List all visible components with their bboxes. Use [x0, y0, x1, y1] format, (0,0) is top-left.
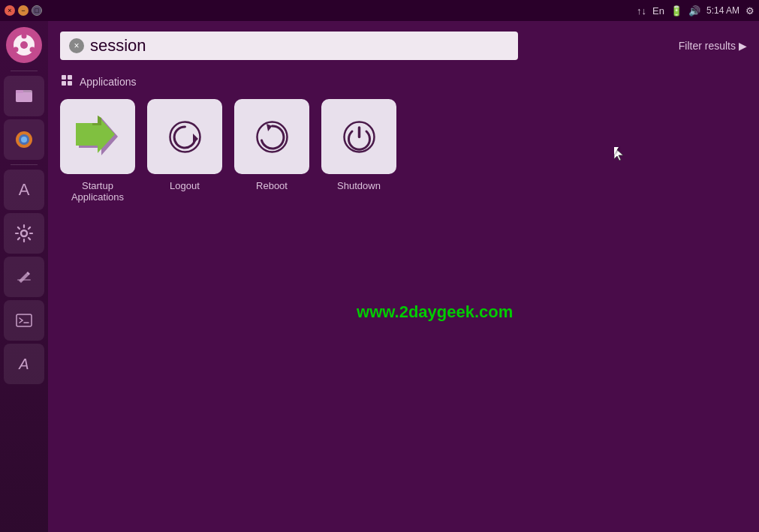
svg-marker-25	[267, 124, 273, 131]
sidebar-item-files[interactable]	[4, 76, 44, 116]
window-controls: × − □	[5, 5, 42, 16]
svg-point-11	[21, 230, 27, 236]
section-label: Applications	[80, 76, 137, 88]
svg-point-3	[30, 47, 35, 53]
sidebar-divider-2	[11, 164, 38, 165]
main-content: × session Filter results ▶ Applications	[48, 21, 759, 532]
app-item-shutdown[interactable]: Shutdown	[321, 99, 396, 203]
search-query[interactable]: session	[90, 36, 509, 56]
shutdown-label: Shutdown	[337, 180, 381, 191]
maximize-button[interactable]: □	[32, 5, 42, 16]
minimize-button[interactable]: −	[18, 5, 29, 16]
shutdown-icon-box	[321, 99, 396, 174]
app-grid: Startup Applications Logout	[48, 99, 759, 203]
sidebar-item-text[interactable]: A	[4, 170, 44, 210]
svg-rect-13	[17, 314, 32, 326]
sidebar-item-font[interactable]: A	[4, 344, 44, 384]
clock: 5:14 AM	[706, 5, 739, 16]
sidebar-item-settings[interactable]	[4, 213, 44, 254]
sidebar-item-firefox[interactable]	[4, 119, 44, 160]
close-button[interactable]: ×	[5, 5, 15, 16]
app-item-logout[interactable]: Logout	[147, 99, 222, 203]
svg-rect-15	[62, 75, 66, 80]
section-apps-icon	[60, 74, 74, 90]
font-icon: A	[19, 356, 29, 373]
sidebar-divider	[11, 71, 38, 71]
network-icon: ↑↓	[637, 5, 646, 17]
sidebar: A A	[0, 21, 48, 532]
svg-point-10	[21, 137, 27, 143]
topbar: × − □ ↑↓ En 🔋 🔊 5:14 AM ⚙	[0, 0, 759, 21]
svg-point-1	[20, 41, 28, 49]
clear-search-button[interactable]: ×	[69, 38, 84, 53]
filter-results-button[interactable]: Filter results ▶	[679, 40, 747, 52]
svg-rect-18	[68, 81, 72, 86]
svg-rect-6	[16, 92, 32, 102]
svg-rect-17	[62, 81, 66, 86]
sidebar-item-ubuntu[interactable]	[6, 27, 42, 63]
reboot-label: Reboot	[256, 180, 288, 191]
startup-applications-label: Startup Applications	[60, 180, 135, 203]
filter-results-label: Filter results	[679, 40, 736, 52]
logout-label: Logout	[170, 180, 200, 191]
topbar-left: × − □	[5, 5, 42, 16]
svg-marker-21	[92, 116, 101, 125]
svg-marker-23	[193, 134, 198, 144]
topbar-right: ↑↓ En 🔋 🔊 5:14 AM ⚙	[637, 5, 754, 17]
battery-icon: 🔋	[670, 5, 682, 17]
svg-rect-7	[16, 90, 23, 93]
reboot-icon-box	[234, 99, 309, 174]
volume-icon: 🔊	[688, 5, 700, 17]
search-bar: × session	[60, 32, 518, 60]
app-item-reboot[interactable]: Reboot	[234, 99, 309, 203]
lang-indicator: En	[652, 5, 664, 17]
text-icon: A	[19, 180, 30, 200]
svg-point-4	[14, 47, 19, 53]
logout-icon-box	[147, 99, 222, 174]
svg-point-2	[22, 34, 27, 39]
sidebar-item-edit[interactable]	[4, 257, 44, 297]
filter-arrow-icon: ▶	[739, 40, 747, 52]
watermark: www.2daygeek.com	[357, 302, 513, 322]
settings-icon[interactable]: ⚙	[745, 5, 754, 17]
svg-rect-16	[68, 75, 72, 80]
section-header: Applications	[48, 68, 759, 99]
app-item-startup[interactable]: Startup Applications	[60, 99, 135, 203]
startup-applications-icon	[60, 99, 135, 174]
sidebar-item-terminal[interactable]	[4, 300, 44, 341]
search-area: × session Filter results ▶	[48, 21, 759, 68]
